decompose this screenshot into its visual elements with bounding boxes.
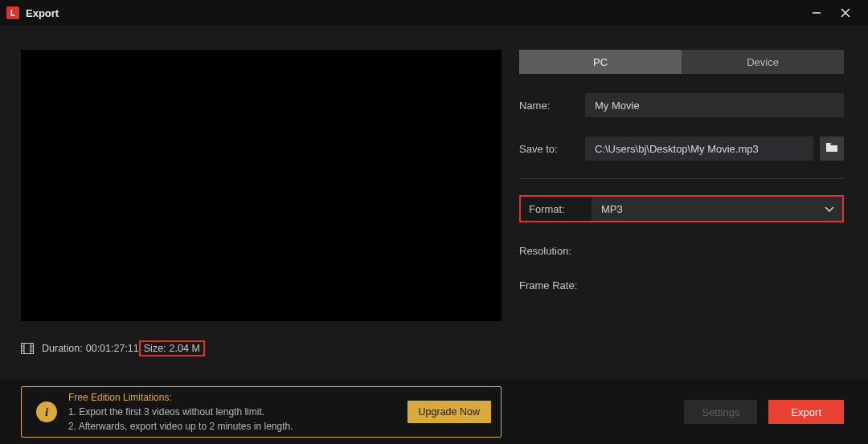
app-icon: L <box>6 6 19 19</box>
framerate-row: Frame Rate: <box>519 279 844 291</box>
folder-icon <box>825 142 838 155</box>
chevron-down-icon <box>825 203 834 215</box>
limitations-line-2: 2. Afterwards, export video up to 2 minu… <box>68 419 396 434</box>
settings-column: PC Device Name: Save to: Format: MP3 <box>519 50 844 363</box>
bottom-bar: i Free Edition Limitations: 1. Export th… <box>0 380 868 444</box>
framerate-label: Frame Rate: <box>519 279 592 291</box>
limitations-text: Free Edition Limitations: 1. Export the … <box>68 390 396 434</box>
export-button[interactable]: Export <box>768 400 844 424</box>
name-label: Name: <box>519 100 585 112</box>
limitations-title: Free Edition Limitations: <box>68 390 396 405</box>
film-icon <box>21 343 34 354</box>
upgrade-button[interactable]: Upgrade Now <box>407 401 491 423</box>
format-row-highlight: Format: MP3 <box>519 195 844 222</box>
format-value: MP3 <box>601 203 623 215</box>
meta-row: Duration: 00:01:27:11 Size: 2.04 M <box>21 340 502 356</box>
target-tabs: PC Device <box>519 50 844 74</box>
preview-column: Duration: 00:01:27:11 Size: 2.04 M <box>21 50 502 363</box>
saveto-row: Save to: <box>519 136 844 161</box>
resolution-row: Resolution: <box>519 245 844 257</box>
size-value: 2.04 M <box>170 343 200 354</box>
main-content: Duration: 00:01:27:11 Size: 2.04 M PC De… <box>0 26 868 363</box>
browse-button[interactable] <box>820 136 844 161</box>
settings-button: Settings <box>684 400 757 424</box>
minimize-button[interactable] <box>802 0 831 26</box>
duration-value: 00:01:27:11 <box>86 343 139 354</box>
saveto-input[interactable] <box>585 136 813 161</box>
video-preview <box>21 50 502 321</box>
tab-device[interactable]: Device <box>682 50 844 74</box>
name-row: Name: <box>519 93 844 117</box>
titlebar: L Export <box>0 0 868 26</box>
duration-label: Duration: <box>42 343 83 354</box>
name-input[interactable] <box>585 93 844 117</box>
tab-pc[interactable]: PC <box>519 50 682 74</box>
format-label: Format: <box>521 197 592 221</box>
resolution-label: Resolution: <box>519 245 592 257</box>
format-select[interactable]: MP3 <box>592 197 842 221</box>
window-title: Export <box>26 7 59 19</box>
info-icon: i <box>36 401 57 422</box>
saveto-label: Save to: <box>519 143 585 155</box>
limitations-line-1: 1. Export the first 3 videos without len… <box>68 405 396 419</box>
limitations-panel: i Free Edition Limitations: 1. Export th… <box>21 386 502 438</box>
separator <box>519 178 844 179</box>
size-highlight: Size: 2.04 M <box>139 340 205 356</box>
size-label: Size: <box>144 343 166 354</box>
close-button[interactable] <box>831 0 860 26</box>
